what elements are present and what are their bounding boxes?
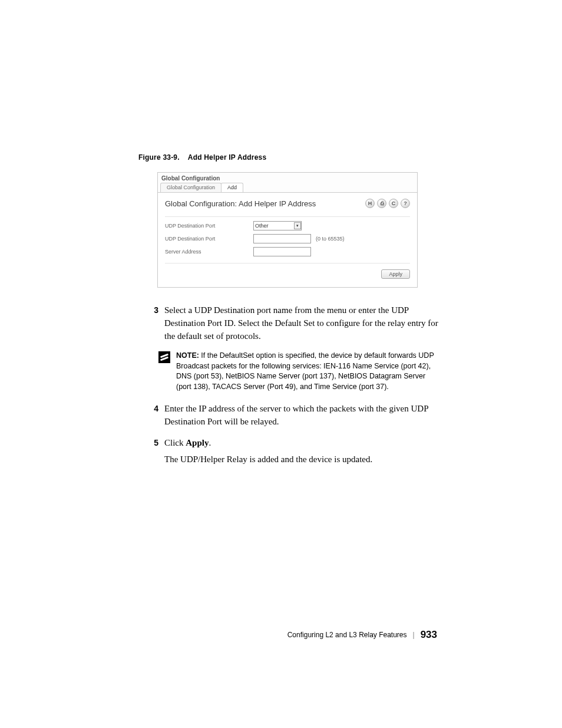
udp-port-select[interactable]: Other ▾	[253, 221, 302, 230]
step-5: 5 Click Apply. The UDP/Helper Relay is a…	[138, 437, 438, 466]
step-text: Click Apply. The UDP/Helper Relay is add…	[164, 437, 372, 466]
figure-title: Add Helper IP Address	[188, 153, 267, 162]
step-number: 4	[138, 403, 164, 429]
form-row-udp-port-input: UDP Destination Port (0 to 65535)	[165, 232, 410, 245]
step-4: 4 Enter the IP address of the server to …	[138, 403, 438, 429]
toolbar-icons: H ⎙ C ?	[365, 199, 410, 208]
window-title: Global Configuration	[158, 173, 417, 183]
tab-add[interactable]: Add	[221, 183, 243, 192]
udp-port-input[interactable]	[253, 234, 311, 243]
page-number: 933	[421, 629, 437, 641]
chevron-down-icon: ▾	[294, 222, 301, 229]
step-3: 3 Select a UDP Destination port name fro…	[138, 304, 438, 342]
step-text: Select a UDP Destination port name from …	[164, 304, 438, 342]
step-5-pre: Click	[164, 438, 186, 447]
page-footer: Configuring L2 and L3 Relay Features | 9…	[287, 629, 437, 641]
note-block: NOTE: If the DefaultSet option is specif…	[158, 351, 438, 392]
label-udp-destination-port-2: UDP Destination Port	[165, 236, 253, 242]
note-label: NOTE:	[176, 351, 199, 360]
form-row-server-address: Server Address	[165, 245, 410, 258]
step-5-post: .	[209, 438, 211, 447]
footer-separator: |	[413, 631, 415, 639]
tab-bar: Global Configuration Add	[158, 183, 417, 192]
udp-port-range: (0 to 65535)	[316, 236, 345, 242]
save-icon[interactable]: H	[365, 199, 375, 208]
screenshot-figure: Global Configuration Global Configuratio…	[157, 172, 418, 288]
print-icon[interactable]: ⎙	[377, 199, 386, 208]
note-body: If the DefaultSet option is specified, t…	[176, 351, 434, 391]
label-udp-destination-port: UDP Destination Port	[165, 223, 253, 229]
server-address-input[interactable]	[253, 247, 311, 256]
step-text: Enter the IP address of the server to wh…	[164, 403, 438, 429]
step-5-bold: Apply	[186, 438, 209, 447]
refresh-icon[interactable]: C	[389, 199, 398, 208]
figure-ref: Figure 33-9.	[138, 153, 180, 162]
note-icon	[158, 351, 170, 363]
figure-caption: Figure 33-9.Add Helper IP Address	[138, 153, 438, 162]
footer-section: Configuring L2 and L3 Relay Features	[287, 631, 407, 639]
form-panel: UDP Destination Port Other ▾ UDP Destina…	[165, 216, 410, 282]
label-server-address: Server Address	[165, 249, 253, 255]
help-icon[interactable]: ?	[401, 199, 410, 208]
panel-heading: Global Configuration: Add Helper IP Addr…	[165, 199, 316, 208]
note-text: NOTE: If the DefaultSet option is specif…	[176, 351, 438, 392]
step-number: 5	[138, 437, 164, 466]
form-row-udp-port-select: UDP Destination Port Other ▾	[165, 219, 410, 232]
step-number: 3	[138, 304, 164, 342]
udp-port-select-value: Other	[255, 223, 269, 229]
tab-global-configuration[interactable]: Global Configuration	[160, 183, 222, 192]
apply-button[interactable]: Apply	[381, 269, 410, 279]
step-5-line2: The UDP/Helper Relay is added and the de…	[164, 453, 372, 466]
